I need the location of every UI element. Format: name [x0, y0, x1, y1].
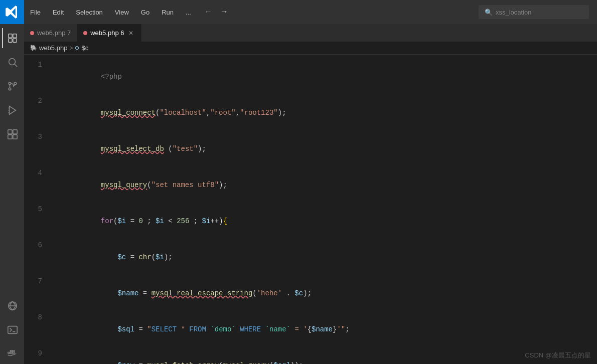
search-activity-icon[interactable]	[2, 52, 22, 72]
breadcrumb-separator: >	[69, 45, 73, 52]
svg-rect-1	[13, 34, 17, 38]
menu-file[interactable]: File	[24, 0, 47, 24]
svg-point-8	[14, 82, 17, 85]
source-control-icon[interactable]	[2, 76, 22, 96]
activity-bar	[0, 24, 24, 364]
menu-edit[interactable]: Edit	[47, 0, 70, 24]
tabs-bar: web6.php 7 web5.php 6 ✕	[24, 24, 597, 42]
svg-rect-14	[8, 130, 12, 134]
line-num-1: 1	[26, 59, 50, 71]
menu-selection[interactable]: Selection	[70, 0, 108, 24]
run-debug-icon[interactable]	[2, 100, 22, 120]
line-num-4: 4	[26, 167, 50, 179]
line-num-2: 2	[26, 95, 50, 107]
line-3: 3 mysql_select_db ("test");	[26, 131, 597, 167]
menu-view[interactable]: View	[109, 0, 135, 24]
svg-rect-22	[8, 352, 10, 353]
code-area[interactable]: 1 <?php 2 mysql_connect("localhost","roo…	[24, 55, 597, 364]
editor-area: web6.php 7 web5.php 6 ✕ 🐘 web5.php > ⊙ $…	[24, 24, 597, 364]
line-1: 1 <?php	[26, 59, 597, 95]
tab-web5[interactable]: web5.php 6 ✕	[77, 24, 141, 42]
svg-rect-16	[8, 135, 12, 139]
search-placeholder: xss_location	[496, 9, 532, 16]
search-box[interactable]: 🔍 xss_location	[479, 5, 589, 19]
forward-button[interactable]: →	[217, 5, 231, 19]
line-num-3: 3	[26, 131, 50, 143]
tab-label-web5: web5.php 6	[90, 29, 124, 37]
line-code-8: $sql = "SELECT * FROM `demo` WHERE `name…	[50, 311, 350, 347]
svg-rect-25	[10, 350, 12, 352]
extensions-icon[interactable]	[2, 124, 22, 144]
watermark: CSDN @凌晨五点的星	[525, 351, 591, 360]
line-2: 2 mysql_connect("localhost","root","root…	[26, 95, 597, 131]
remote-explorer-icon[interactable]	[2, 296, 22, 316]
svg-marker-10	[10, 106, 16, 115]
terminal-activity-icon[interactable]	[2, 320, 22, 340]
explorer-icon[interactable]	[2, 28, 22, 48]
back-button[interactable]: ←	[201, 5, 215, 19]
svg-rect-26	[13, 350, 15, 352]
svg-rect-2	[9, 39, 12, 42]
line-6: 6 $c = chr($i);	[26, 239, 597, 275]
line-code-7: $name = mysql_real_escape_string('hehe' …	[50, 275, 312, 311]
svg-rect-20	[8, 326, 17, 334]
nav-buttons: ← →	[201, 5, 231, 19]
menu-more[interactable]: ...	[180, 0, 197, 24]
breadcrumb-symbol-label: $c	[81, 44, 88, 52]
svg-rect-24	[13, 352, 15, 353]
svg-rect-23	[10, 352, 12, 353]
menu-go[interactable]: Go	[135, 0, 156, 24]
vscode-logo	[0, 0, 24, 24]
menu-run[interactable]: Run	[156, 0, 180, 24]
svg-rect-0	[9, 34, 12, 38]
breadcrumb: 🐘 web5.php > ⊙ $c	[24, 42, 597, 55]
line-num-9: 9	[26, 347, 50, 359]
line-5: 5 for($i = 0 ; $i < 256 ; $i++){	[26, 203, 597, 239]
tab-dot-web5	[83, 31, 87, 35]
tab-dot-web6	[30, 31, 34, 35]
line-code-5: for($i = 0 ; $i < 256 ; $i++){	[50, 203, 227, 239]
line-num-5: 5	[26, 203, 50, 215]
line-num-7: 7	[26, 275, 50, 287]
line-code-2: mysql_connect("localhost","root","root12…	[50, 95, 286, 131]
svg-rect-17	[13, 135, 17, 139]
code-editor[interactable]: 1 <?php 2 mysql_connect("localhost","roo…	[24, 59, 597, 364]
breadcrumb-symbol[interactable]: ⊙ $c	[75, 44, 88, 52]
title-bar: File Edit Selection View Go Run ... ← → …	[0, 0, 597, 24]
line-code-9: $row = mysql_fetch_array(mysql_query($sq…	[50, 347, 303, 364]
line-code-6: $c = chr($i);	[50, 239, 173, 275]
svg-point-7	[9, 88, 11, 90]
line-code-1: <?php	[50, 59, 122, 95]
line-num-8: 8	[26, 311, 50, 323]
docker-icon[interactable]	[2, 344, 22, 364]
breadcrumb-file[interactable]: 🐘 web5.php	[30, 44, 67, 52]
tab-web6[interactable]: web6.php 7	[24, 24, 77, 42]
line-9: 9 $row = mysql_fetch_array(mysql_query($…	[26, 347, 597, 364]
line-code-3: mysql_select_db ("test");	[50, 131, 206, 167]
line-4: 4 mysql_query("set names utf8");	[26, 167, 597, 203]
svg-rect-3	[13, 39, 17, 42]
line-num-6: 6	[26, 239, 50, 251]
menu-bar: File Edit Selection View Go Run ...	[24, 0, 197, 24]
svg-line-5	[15, 64, 17, 67]
tab-label-web6: web6.php 7	[37, 29, 71, 37]
line-code-4: mysql_query("set names utf8");	[50, 167, 227, 203]
tab-close-web5[interactable]: ✕	[127, 29, 135, 37]
svg-point-6	[9, 82, 11, 85]
line-8: 8 $sql = "SELECT * FROM `demo` WHERE `na…	[26, 311, 597, 347]
main-area: web6.php 7 web5.php 6 ✕ 🐘 web5.php > ⊙ $…	[0, 24, 597, 364]
svg-rect-15	[13, 130, 17, 134]
svg-point-4	[9, 59, 16, 65]
line-7: 7 $name = mysql_real_escape_string('hehe…	[26, 275, 597, 311]
breadcrumb-file-label: web5.php	[39, 44, 67, 52]
